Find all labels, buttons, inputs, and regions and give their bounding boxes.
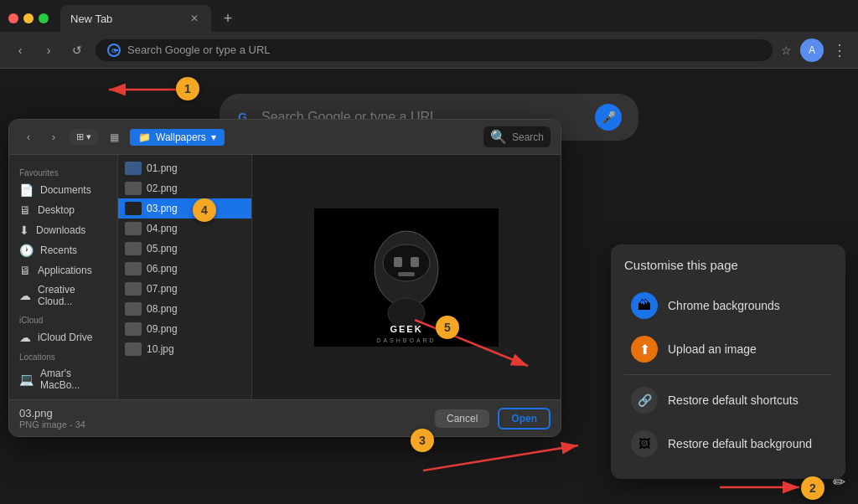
- tab-close-button[interactable]: ✕: [188, 12, 201, 25]
- fp-forward-button[interactable]: ›: [44, 128, 63, 147]
- sidebar-item-downloads-label: Downloads: [36, 224, 85, 236]
- icloud-icon: ☁: [19, 331, 31, 344]
- svg-text:G: G: [111, 47, 116, 54]
- fp-back-button[interactable]: ‹: [19, 128, 38, 147]
- file-item-08[interactable]: 08.png: [118, 299, 251, 319]
- cp-label-upload-image: Upload an image: [668, 342, 757, 356]
- fp-file-info: 03.png PNG image - 34: [19, 407, 426, 429]
- geek-dashboard-svg: GEEK DASHBOARD: [314, 208, 499, 347]
- file-thumb-05: [125, 242, 142, 255]
- fp-location-name: Wallpapers: [156, 131, 206, 143]
- sidebar-item-macbook[interactable]: 💻 Amar's MacBo...: [9, 364, 117, 394]
- file-name-04: 04.png: [147, 223, 178, 234]
- forward-button[interactable]: ›: [39, 40, 59, 60]
- tab-title: New Tab: [70, 13, 181, 25]
- sidebar-item-creative-cloud-label: Creative Cloud...: [38, 284, 107, 307]
- restore-shortcuts-icon: 🔗: [631, 387, 658, 414]
- sidebar-item-downloads[interactable]: ⬇ Downloads: [9, 220, 117, 240]
- minimize-button[interactable]: [23, 13, 34, 23]
- close-button[interactable]: [8, 13, 18, 23]
- fp-search-placeholder: Search: [512, 131, 544, 143]
- svg-text:GEEK: GEEK: [390, 324, 422, 334]
- cp-item-upload-image[interactable]: ⬆ Upload an image: [624, 327, 832, 371]
- traffic-lights: [8, 13, 49, 23]
- upload-image-icon: ⬆: [631, 336, 658, 363]
- file-thumb-07: [125, 282, 142, 296]
- google-logo: G: [107, 44, 121, 57]
- file-thumb-04: [125, 222, 142, 235]
- sidebar-item-documents[interactable]: 📄 Documents: [9, 180, 117, 200]
- cp-item-restore-shortcuts[interactable]: 🔗 Restore default shortcuts: [624, 378, 832, 422]
- file-item-07[interactable]: 07.png: [118, 279, 251, 299]
- locations-label: Locations: [9, 347, 117, 364]
- browser-chrome: New Tab ✕ + ‹ › ↺ G Search Google or typ…: [0, 0, 858, 69]
- documents-icon: 📄: [19, 183, 34, 197]
- file-picker-dialog: ‹ › ⊞ ▾ ▦ 📁 Wallpapers ▾ 🔍 Search Favour…: [8, 119, 561, 437]
- sidebar-item-applications[interactable]: 🖥 Applications: [9, 260, 117, 280]
- fp-location-selector[interactable]: 📁 Wallpapers ▾: [130, 129, 225, 146]
- file-name-03: 03.png: [147, 203, 178, 214]
- sidebar-item-applications-label: Applications: [38, 265, 92, 276]
- sidebar-item-icloud-label: iCloud Drive: [38, 332, 92, 343]
- edit-pencil-button[interactable]: ✏: [833, 473, 845, 491]
- sidebar-item-macbook-label: Amar's MacBo...: [40, 368, 107, 391]
- cp-label-chrome-backgrounds: Chrome backgrounds: [668, 299, 780, 312]
- file-item-05[interactable]: 05.png: [118, 239, 251, 259]
- fp-location-icon: 📁: [138, 131, 151, 143]
- file-name-06: 06.png: [147, 263, 178, 275]
- icloud-label: iCloud: [9, 311, 117, 327]
- file-item-09[interactable]: 09.png: [118, 319, 251, 339]
- fp-preview-area: GEEK DASHBOARD: [252, 155, 561, 399]
- favourites-label: Favourites: [9, 163, 117, 180]
- file-item-01[interactable]: 01.png: [118, 158, 251, 178]
- file-item-04[interactable]: 04.png: [118, 219, 251, 239]
- file-name-01: 01.png: [147, 162, 178, 174]
- mic-button[interactable]: 🎤: [595, 104, 622, 131]
- fp-cancel-button[interactable]: Cancel: [435, 409, 489, 428]
- svg-text:DASHBOARD: DASHBOARD: [376, 337, 436, 343]
- search-bar[interactable]: G Search Google or type a URL: [96, 39, 773, 61]
- browser-menu-button[interactable]: ⋮: [832, 41, 848, 59]
- active-tab[interactable]: New Tab ✕: [60, 5, 211, 32]
- refresh-button[interactable]: ↺: [67, 40, 87, 60]
- sidebar-item-recents[interactable]: 🕐 Recents: [9, 240, 117, 260]
- cp-item-restore-background[interactable]: 🖼 Restore default background: [624, 422, 832, 465]
- chrome-backgrounds-icon: 🏔: [631, 292, 658, 319]
- back-button[interactable]: ‹: [10, 40, 30, 60]
- fp-view-toggle[interactable]: ⊞ ▾: [70, 129, 98, 145]
- file-picker-toolbar: ‹ › ⊞ ▾ ▦ 📁 Wallpapers ▾ 🔍 Search: [9, 120, 561, 155]
- cp-item-chrome-backgrounds[interactable]: 🏔 Chrome backgrounds: [624, 284, 832, 327]
- address-bar: ‹ › ↺ G Search Google or type a URL ☆ A …: [0, 32, 858, 69]
- desktop-icon: 🖥: [19, 203, 31, 217]
- file-item-02[interactable]: 02.png: [118, 178, 251, 198]
- fp-search-box[interactable]: 🔍 Search: [483, 126, 550, 147]
- fp-body: Favourites 📄 Documents 🖥 Desktop ⬇ Downl…: [9, 155, 561, 399]
- applications-icon: 🖥: [19, 264, 31, 277]
- file-thumb-10: [125, 342, 142, 356]
- file-name-09: 09.png: [147, 323, 178, 335]
- fp-file-metadata: PNG image - 34: [19, 419, 426, 429]
- sidebar-item-creative-cloud[interactable]: ☁ Creative Cloud...: [9, 280, 117, 311]
- fp-preview-image: GEEK DASHBOARD: [314, 208, 499, 347]
- customise-panel-title: Customise this page: [624, 258, 832, 272]
- creative-cloud-icon: ☁: [19, 289, 31, 302]
- file-item-06[interactable]: 06.png: [118, 259, 251, 279]
- fp-search-icon: 🔍: [490, 129, 507, 145]
- maximize-button[interactable]: [39, 13, 49, 23]
- sidebar-item-desktop-label: Desktop: [38, 204, 75, 216]
- file-item-03[interactable]: 03.png: [118, 198, 251, 219]
- sidebar-item-desktop[interactable]: 🖥 Desktop: [9, 200, 117, 220]
- file-item-10[interactable]: 10.jpg: [118, 339, 251, 359]
- fp-grid-view[interactable]: ▦: [105, 128, 123, 147]
- bookmark-icon[interactable]: ☆: [781, 44, 792, 57]
- sidebar-item-icloud[interactable]: ☁ iCloud Drive: [9, 327, 117, 347]
- sidebar-item-recents-label: Recents: [40, 244, 77, 256]
- fp-open-button[interactable]: Open: [498, 408, 550, 429]
- profile-avatar[interactable]: A: [800, 39, 824, 62]
- file-name-05: 05.png: [147, 243, 178, 255]
- downloads-icon: ⬇: [19, 224, 29, 237]
- file-thumb-03: [125, 202, 142, 215]
- tab-bar: New Tab ✕ +: [0, 0, 858, 32]
- new-tab-button[interactable]: +: [216, 7, 240, 30]
- fp-sidebar: Favourites 📄 Documents 🖥 Desktop ⬇ Downl…: [9, 155, 118, 399]
